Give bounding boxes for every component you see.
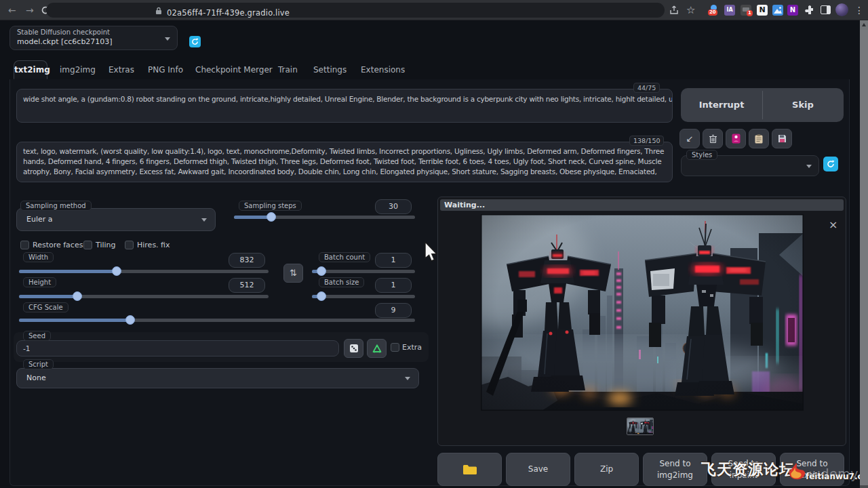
extension-blue-dot-icon[interactable]: 20 <box>708 5 719 16</box>
tab-settings[interactable]: Settings <box>313 65 347 75</box>
tab-img2img[interactable]: img2img <box>60 65 96 75</box>
tab-label: txt2img <box>14 65 50 75</box>
reuse-seed-button[interactable] <box>367 339 387 358</box>
sampling-steps-label: Sampling steps <box>239 201 302 211</box>
extension-badge: 20 <box>708 9 717 16</box>
page-scrollbar[interactable] <box>860 20 868 488</box>
height-input[interactable]: 512 <box>229 278 265 293</box>
zip-button[interactable]: Zip <box>574 453 639 486</box>
save-style-button[interactable] <box>772 129 792 148</box>
skip-button[interactable]: Skip <box>762 88 844 122</box>
profile-avatar[interactable] <box>835 3 848 16</box>
extension-camera-icon[interactable]: 1 <box>741 5 753 16</box>
tab-png-info[interactable]: PNG Info <box>148 65 183 75</box>
height-label: Height <box>23 277 56 287</box>
site-name-cn: 飞天资源论坛 <box>701 461 795 478</box>
styles-refresh-button[interactable] <box>823 157 838 171</box>
slider-fill <box>19 270 117 273</box>
cfg-scale-input[interactable]: 9 <box>375 303 412 318</box>
prompt-textarea[interactable]: wide shot angle, a (gundam:0.8) robot st… <box>16 89 673 123</box>
extension-ia-icon[interactable]: IA <box>724 5 735 16</box>
height-value: 512 <box>240 281 254 289</box>
negative-prompt-textarea[interactable]: text, logo, watermark, (worst quality, l… <box>16 142 673 182</box>
close-preview-icon[interactable]: × <box>829 218 837 231</box>
extension-onenote-icon[interactable]: N <box>787 5 798 16</box>
url-text: 02a56ff4-71ff-439e.gradio.live <box>167 8 290 18</box>
batch-size-label: Batch size <box>319 277 364 287</box>
progress-status-text: Waiting... <box>444 201 485 209</box>
tab-txt2img[interactable]: txt2img <box>14 60 47 79</box>
gallery-thumbnail[interactable] <box>627 418 654 435</box>
tiling-checkbox[interactable] <box>83 241 92 249</box>
tab-checkpoint-merger[interactable]: Checkpoint Merger <box>195 65 273 75</box>
batch-count-label: Batch count <box>319 252 370 262</box>
slider-handle[interactable] <box>317 291 326 301</box>
open-folder-button[interactable] <box>437 453 502 486</box>
bookmark-star-icon[interactable]: ☆ <box>686 0 695 20</box>
clipboard-icon <box>755 134 763 144</box>
extension-badge: 1 <box>747 10 753 16</box>
swap-dimensions-button[interactable]: ⇅ <box>283 264 303 283</box>
slider-handle[interactable] <box>125 315 135 325</box>
tab-extensions[interactable]: Extensions <box>361 65 405 75</box>
address-bar[interactable]: 02a56ff4-71ff-439e.gradio.live <box>46 3 665 18</box>
checkpoint-dropdown[interactable]: Stable Diffusion checkpoint model.ckpt [… <box>9 26 178 50</box>
extra-seed-checkbox[interactable] <box>391 343 399 352</box>
generate-button-group: Interrupt Skip <box>681 88 844 122</box>
send-to-img2img-label: Send to img2img <box>653 458 697 481</box>
seed-input[interactable]: -1 <box>16 340 339 357</box>
share-icon[interactable] <box>669 5 679 16</box>
batch-size-input[interactable]: 1 <box>375 278 412 293</box>
site-url-text: feitianwu7.com <box>806 472 868 481</box>
arrow-down-left-icon: ↙ <box>686 134 694 144</box>
random-seed-button[interactable] <box>344 339 363 358</box>
extension-notion-icon[interactable]: N <box>757 5 768 16</box>
batch-count-slider[interactable] <box>312 270 415 273</box>
save-button[interactable]: Save <box>506 453 570 486</box>
generated-image[interactable] <box>481 214 804 411</box>
refresh-icon <box>191 38 199 45</box>
screen: ← → 02a56ff4-71ff-439e.gradio.live ☆ 20 … <box>0 0 868 488</box>
mouse-cursor <box>425 242 439 264</box>
width-input[interactable]: 832 <box>229 253 265 268</box>
tab-train[interactable]: Train <box>278 65 298 75</box>
trash-icon <box>709 134 717 144</box>
skip-label: Skip <box>792 100 814 110</box>
chevron-down-icon <box>405 377 410 380</box>
back-icon[interactable]: ← <box>8 0 16 20</box>
slider-handle[interactable] <box>73 291 82 301</box>
scrollbar-thumb[interactable] <box>860 30 868 485</box>
chevron-down-icon <box>806 165 812 168</box>
clear-prompt-button[interactable] <box>703 129 723 148</box>
slider-fill <box>19 295 77 298</box>
extensions-puzzle-icon[interactable] <box>804 5 815 16</box>
apply-style-button[interactable] <box>749 129 769 148</box>
sampling-method-dropdown[interactable]: Euler a <box>16 208 216 231</box>
slider-fill <box>234 216 271 219</box>
restore-faces-checkbox[interactable] <box>20 241 29 249</box>
batch-size-slider[interactable] <box>312 295 415 298</box>
tab-extras[interactable]: Extras <box>108 65 134 75</box>
paste-params-button[interactable]: ↙ <box>679 129 700 148</box>
extra-networks-button[interactable] <box>726 129 746 148</box>
batch-count-input[interactable]: 1 <box>375 253 412 268</box>
save-label: Save <box>528 464 548 474</box>
extension-picture-icon[interactable] <box>772 5 783 16</box>
script-dropdown[interactable]: None <box>16 368 419 388</box>
slider-handle[interactable] <box>317 266 326 276</box>
interrupt-button[interactable]: Interrupt <box>681 88 762 122</box>
send-to-img2img-button[interactable]: Send to img2img <box>643 453 707 486</box>
slider-handle[interactable] <box>267 212 276 222</box>
scroll-up-button[interactable] <box>860 20 868 30</box>
side-panel-icon[interactable] <box>821 5 831 14</box>
slider-handle[interactable] <box>112 266 121 276</box>
forward-icon[interactable]: → <box>26 0 34 20</box>
checkpoint-refresh-button[interactable] <box>189 36 201 47</box>
chrome-menu-icon[interactable]: ⋮ <box>854 0 864 20</box>
chevron-down-icon <box>201 218 207 222</box>
width-value: 832 <box>240 256 254 264</box>
sampling-steps-input[interactable]: 30 <box>375 199 412 214</box>
cfg-scale-label: CFG Scale <box>23 302 68 312</box>
hires-fix-checkbox[interactable] <box>125 241 134 249</box>
folder-icon <box>462 464 477 475</box>
